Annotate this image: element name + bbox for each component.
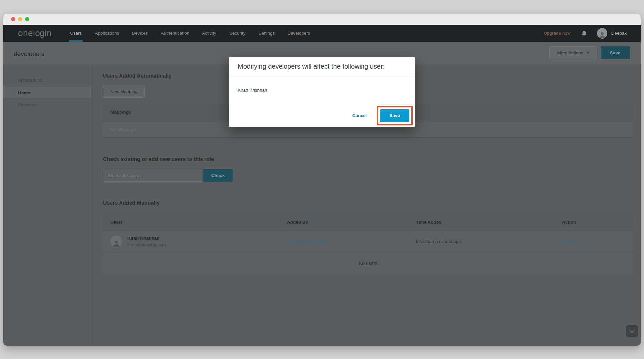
- nav-tab-settings[interactable]: Settings: [259, 25, 275, 42]
- highlight-annotation-box: Save: [377, 106, 413, 125]
- modal-footer: Cancel Save: [229, 104, 415, 127]
- header-save-button[interactable]: Save: [601, 46, 630, 59]
- remove-link[interactable]: Remove: [562, 239, 633, 244]
- nav-tab-users[interactable]: Users: [70, 25, 82, 42]
- nav-tab-applications[interactable]: Applications: [95, 25, 119, 42]
- check-section-title: Check existing or add new users to this …: [103, 156, 633, 162]
- sidebar-item-users[interactable]: Users: [3, 86, 91, 99]
- role-sidebar: Applications Users Privileges: [3, 64, 91, 345]
- user-avatar: [110, 236, 122, 248]
- more-actions-label: More Actions: [557, 50, 583, 55]
- user-identity: Kiran Krishnan kiran@boxyhq.com: [127, 236, 166, 247]
- close-window-button[interactable]: [11, 17, 15, 21]
- user-search-row: Check: [103, 169, 633, 182]
- user-avatar[interactable]: [597, 28, 607, 39]
- user-cell: Kiran Krishnan kiran@boxyhq.com: [103, 236, 287, 248]
- check-button[interactable]: Check: [203, 169, 233, 182]
- column-header-users: Users: [103, 220, 287, 224]
- column-header-added-by: Added By: [287, 220, 416, 224]
- navbar-right-cluster: Upgrade now Deepak: [544, 28, 627, 39]
- nav-tab-security[interactable]: Security: [229, 25, 246, 42]
- notifications-bell-icon[interactable]: [581, 30, 587, 36]
- nav-tab-developers[interactable]: Developers: [287, 25, 310, 42]
- more-actions-button[interactable]: More Actions: [549, 46, 597, 59]
- user-name: Kiran Krishnan: [127, 236, 166, 241]
- lightbulb-icon: [629, 328, 635, 334]
- nav-tab-authentication[interactable]: Authentication: [161, 25, 189, 42]
- help-beacon-button[interactable]: [626, 325, 638, 337]
- modal-save-button[interactable]: Save: [380, 109, 409, 122]
- maximize-window-button[interactable]: [25, 17, 29, 21]
- sidebar-item-applications[interactable]: Applications: [3, 74, 91, 86]
- current-user-name[interactable]: Deepak: [611, 31, 627, 36]
- sidebar-item-privileges[interactable]: Privileges: [3, 99, 91, 111]
- browser-window: onelogin Users Applications Devices Auth…: [3, 14, 641, 346]
- top-navbar: onelogin Users Applications Devices Auth…: [3, 25, 641, 42]
- chevron-down-icon: [587, 52, 589, 54]
- column-header-action: Action: [562, 220, 633, 224]
- page-title: developers: [14, 50, 44, 58]
- cancel-button[interactable]: Cancel: [352, 113, 367, 118]
- active-indicator: [14, 90, 15, 96]
- column-header-time-added: Time Added: [416, 220, 562, 224]
- time-added-value: less than a minute ago: [416, 239, 562, 244]
- affected-user-name: Kiran Krishnan: [229, 76, 415, 104]
- sidebar-item-label: Users: [18, 90, 31, 95]
- title-bar: [3, 14, 641, 25]
- added-by-link[interactable]: Deepak Prabhakara: [287, 239, 416, 244]
- new-mapping-button[interactable]: New Mapping: [103, 85, 145, 98]
- table-header-row: Users Added By Time Added Action: [103, 214, 633, 230]
- minimize-window-button[interactable]: [18, 17, 22, 21]
- breadcrumb[interactable]: Roles /: [14, 45, 27, 49]
- table-row: Kiran Krishnan kiran@boxyhq.com Deepak P…: [103, 230, 633, 253]
- nav-tab-devices[interactable]: Devices: [132, 25, 148, 42]
- manual-users-table: Users Added By Time Added Action Kiran K…: [103, 214, 633, 274]
- search-user-input[interactable]: [103, 169, 202, 182]
- modal-title: Modifying developers will affect the fol…: [229, 57, 415, 76]
- nav-menu: Users Applications Devices Authenticatio…: [70, 25, 310, 42]
- no-users-row: No users: [103, 253, 633, 274]
- manual-section-title: Users Added Manually: [103, 200, 633, 206]
- user-email: kiran@boxyhq.com: [127, 242, 166, 247]
- nav-tab-activity[interactable]: Activity: [202, 25, 216, 42]
- header-actions: More Actions Save: [549, 46, 630, 59]
- upgrade-now-link[interactable]: Upgrade now: [544, 31, 570, 36]
- confirm-save-modal: Modifying developers will affect the fol…: [229, 57, 415, 127]
- onelogin-logo: onelogin: [18, 25, 52, 42]
